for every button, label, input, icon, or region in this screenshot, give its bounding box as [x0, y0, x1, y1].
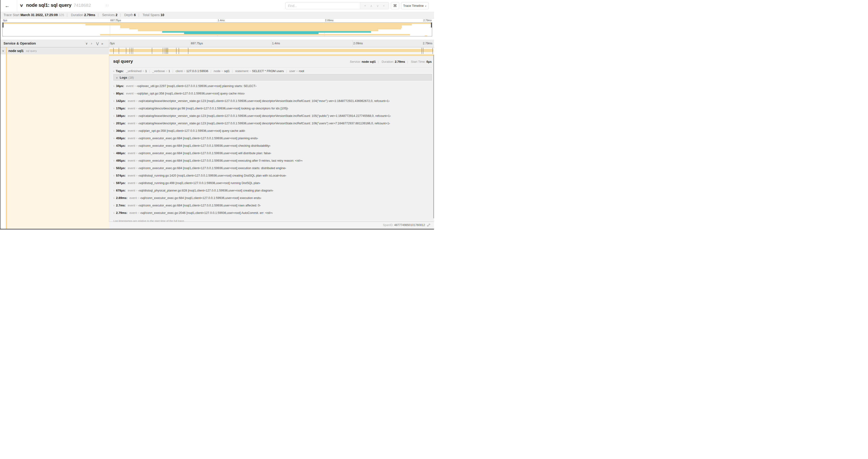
log-row[interactable]: ›502μs:event=‹sql/conn_executor_exec.go:… [114, 164, 432, 172]
find-bar: ⌖ ∧ ∨ × [285, 2, 389, 9]
chevron-right-icon: › [114, 92, 114, 95]
ruler-tick-label: 1.4ms [272, 40, 280, 47]
log-row[interactable]: ›476μs:event=‹sql/conn_executor_exec.go:… [114, 142, 432, 150]
log-time: 366μs: [116, 129, 126, 132]
log-row[interactable]: ›34μs:event=‹sql/exec_util.go:2297 [nsql… [114, 82, 432, 90]
total-spans-value: 10 [160, 13, 164, 17]
log-row[interactable]: ›2.69ms:event=‹sql/conn_executor_exec.go… [114, 194, 432, 202]
log-row[interactable]: ›574μs:event=‹sql/distsql_running.go:142… [114, 172, 432, 179]
log-row[interactable]: ›80μs:event=‹sql/plan_opt.go:358 [nsql1,… [114, 90, 432, 97]
log-field: event [128, 189, 135, 192]
depth-value: 6 [134, 13, 136, 17]
log-value: ‹sql/conn_executor_exec.go:684 [nsql1,cl… [140, 196, 261, 200]
trace-name: node sql1: sql query [26, 3, 71, 8]
log-row[interactable]: ›189μs:event=‹sql/catalog/lease/descript… [114, 112, 432, 120]
collapse-all-icon[interactable]: ⋁ [96, 40, 99, 47]
log-field: event [126, 92, 133, 95]
tag-value: SELECT * FROM users [252, 69, 284, 73]
depth-label: Depth [124, 13, 133, 17]
log-value: ‹sql/catalog/descs/descriptor.go:98 [nsq… [138, 107, 288, 110]
keyboard-shortcuts-button[interactable]: ⌘ [391, 2, 399, 9]
log-row[interactable]: ›678μs:event=‹sql/distsql_physical_plann… [114, 187, 432, 194]
log-row[interactable]: ›142μs:event=‹sql/catalog/lease/descript… [114, 97, 432, 105]
logs-label: Logs [120, 76, 127, 79]
tag-value: sql1 [224, 69, 229, 73]
collapse-children-chevron-icon[interactable]: ∨ [2, 47, 4, 54]
log-row[interactable]: ›366μs:event=‹sql/plan_opt.go:358 [nsql1… [114, 127, 432, 135]
log-tick-mark [133, 48, 133, 54]
prev-result-icon[interactable]: ∧ [370, 4, 372, 8]
find-input[interactable] [286, 2, 360, 9]
span-id-value: 4877749850101760812 [394, 223, 425, 227]
locate-icon[interactable]: ⌖ [364, 4, 366, 8]
tag-item: node=sql1 [214, 69, 229, 73]
log-row[interactable]: ›597μs:event=‹sql/distsql_running.go:498… [114, 179, 432, 187]
next-result-icon[interactable]: ∨ [376, 4, 379, 8]
span-detail-meta: Service: node sql1| Duration: 2.79ms| St… [350, 60, 432, 63]
log-time: 2.7ms: [116, 204, 126, 207]
span-operation-name: sql query [26, 47, 37, 55]
chevron-right-icon: › [114, 84, 114, 88]
log-tick-mark [168, 48, 168, 54]
log-row[interactable]: ›486μs:event=‹sql/conn_executor_exec.go:… [114, 150, 432, 157]
divider: | [232, 69, 232, 73]
span-name-row[interactable]: ∨ node sql1 sql query [0, 47, 109, 54]
tag-value: 127.0.0.1:59936 [186, 69, 208, 73]
selected-span-strip-bar[interactable] [109, 54, 434, 56]
log-value: ‹sql/conn_executor_exec.go:684 [nsql1,cl… [138, 144, 271, 147]
log-value: ‹sql/plan_opt.go:358 [nsql1,client=127.0… [138, 129, 245, 132]
logs-header[interactable]: ∨Logs(18) [114, 74, 432, 80]
trace-view-dropdown[interactable]: Trace Timeline∨ [401, 2, 429, 9]
back-button[interactable]: ← [4, 2, 11, 9]
log-row[interactable]: ›2.79ms:event=‹sql/conn_executor_exec.go… [114, 209, 432, 217]
log-field: event [128, 136, 135, 140]
log-value: ‹sql/exec_util.go:2297 [nsql1,client=127… [137, 84, 256, 88]
chevron-down-icon: ∨ [425, 5, 427, 7]
log-value: ‹sql/distsql_physical_planner.go:828 [ns… [138, 189, 273, 192]
log-row[interactable]: ›459μs:event=‹sql/conn_executor_exec.go:… [114, 135, 432, 142]
ruler-tick-label: 2.09ms [353, 40, 363, 47]
log-time: 678μs: [116, 189, 126, 192]
log-field: event [126, 84, 133, 88]
page-title: node sql1: sql query7418682 [26, 3, 91, 8]
log-field: event [128, 122, 135, 125]
tags-row[interactable]: ›Tags:_unfinished=1|_verbose=1|client=12… [113, 69, 304, 73]
span-id-label: SpanID: [383, 223, 394, 227]
log-tick-mark [423, 48, 423, 54]
window-left-edge [0, 0, 0, 230]
tag-key: node [214, 69, 220, 73]
equals-sign: = [135, 136, 138, 140]
log-time: 176μs: [116, 107, 126, 110]
chevron-right-icon: › [114, 189, 114, 192]
collapse-one-icon[interactable]: ∨ [85, 40, 88, 47]
log-row[interactable]: ›2.7ms:event=‹sql/conn_executor_exec.go:… [114, 202, 432, 209]
timeline-minimap[interactable] [2, 22, 432, 36]
equals-sign: = [135, 189, 138, 192]
column-resizer-grip[interactable] [106, 4, 108, 6]
vertical-scrollbar[interactable] [433, 55, 434, 218]
tag-value: 1 [168, 69, 170, 73]
span-id: SpanID: 4877749850101760812 [383, 223, 430, 227]
log-time: 189μs: [116, 114, 126, 118]
expand-one-icon[interactable]: › [91, 40, 92, 47]
header-divider [17, 0, 17, 12]
chevron-right-icon: › [114, 122, 114, 125]
equals-sign: = [220, 69, 224, 73]
minimap-tick-label: 697.75μs [111, 19, 121, 22]
equals-sign: = [135, 129, 138, 132]
log-row[interactable]: ›201μs:event=‹sql/catalog/lease/descript… [114, 120, 432, 127]
start-time-value: 0μs [427, 60, 432, 63]
expand-all-icon[interactable]: » [101, 40, 103, 47]
log-row[interactable]: ›495μs:event=‹sql/conn_executor_exec.go:… [114, 157, 432, 164]
link-icon[interactable] [427, 223, 430, 227]
columns-header: Service & Operation ∨ › ⋁ » 0μs 697.75μs… [0, 40, 434, 47]
log-time: 476μs: [116, 144, 126, 147]
log-time: 142μs: [116, 99, 126, 103]
equals-sign: = [137, 196, 140, 200]
service-color-stripe [6, 47, 7, 229]
collapse-trace-chevron-icon[interactable]: ∨ [20, 3, 24, 8]
minimap-right-scrub-handle[interactable] [431, 23, 432, 28]
clear-find-icon[interactable]: × [383, 4, 385, 8]
minimap-left-scrub-handle[interactable] [3, 23, 3, 28]
log-row[interactable]: ›176μs:event=‹sql/catalog/descs/descript… [114, 105, 432, 112]
